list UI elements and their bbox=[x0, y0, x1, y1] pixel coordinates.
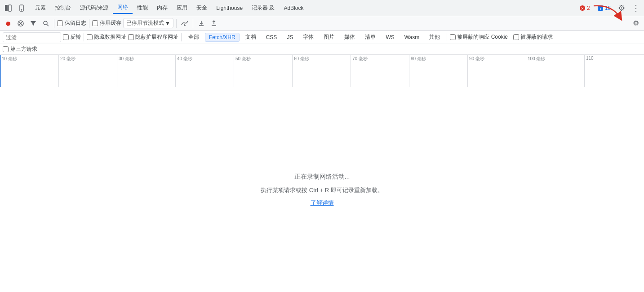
type-all-button[interactable]: 全部 bbox=[184, 32, 203, 42]
mobile-icon[interactable] bbox=[15, 2, 28, 14]
reverse-checkbox-label[interactable]: 反转 bbox=[63, 33, 81, 41]
type-media-button[interactable]: 媒体 bbox=[340, 32, 359, 42]
type-css-button[interactable]: CSS bbox=[262, 33, 281, 42]
preserve-log-checkbox[interactable] bbox=[57, 20, 63, 26]
svg-line-13 bbox=[47, 24, 49, 26]
type-font-button[interactable]: 字体 bbox=[299, 32, 318, 42]
timeline-mark: 30 毫秒 bbox=[117, 55, 175, 87]
third-party-bar: 第三方请求 bbox=[0, 44, 644, 55]
menu-item-sources[interactable]: 源代码/来源 bbox=[76, 2, 113, 13]
devtools-settings-button[interactable]: ⚙ bbox=[615, 2, 628, 14]
menu-items: 元素 控制台 源代码/来源 网络 性能 内存 应用 安全 Lighthouse … bbox=[31, 2, 308, 14]
filter-sep-2 bbox=[181, 33, 182, 41]
throttle-dropdown[interactable]: 已停用节流模式 ▼ bbox=[123, 18, 173, 28]
record-button[interactable]: ⏺ bbox=[3, 18, 13, 29]
more-menu-button[interactable]: ⋮ bbox=[630, 2, 642, 14]
dock-icon[interactable] bbox=[2, 2, 14, 14]
export-button[interactable] bbox=[209, 18, 219, 29]
svg-rect-0 bbox=[5, 5, 8, 11]
timeline-mark: 70 毫秒 bbox=[351, 55, 409, 87]
disable-cache-checkbox[interactable] bbox=[92, 20, 98, 26]
separator-2 bbox=[89, 19, 89, 28]
preserve-log-checkbox-label[interactable]: 保留日志 bbox=[57, 19, 86, 27]
menu-item-elements[interactable]: 元素 bbox=[31, 2, 50, 13]
menu-item-security[interactable]: 安全 bbox=[192, 2, 212, 13]
panel-settings-button[interactable]: ⚙ bbox=[631, 18, 641, 29]
throttle-dropdown-arrow: ▼ bbox=[165, 20, 170, 27]
timeline-ruler: 10 毫秒20 毫秒30 毫秒40 毫秒50 毫秒60 毫秒70 毫秒80 毫秒… bbox=[0, 55, 644, 87]
reverse-checkbox[interactable] bbox=[63, 34, 69, 40]
timeline-mark: 50 毫秒 bbox=[234, 55, 292, 87]
menu-icons bbox=[2, 2, 28, 14]
timeline: 10 毫秒20 毫秒30 毫秒40 毫秒50 毫秒60 毫秒70 毫秒80 毫秒… bbox=[0, 55, 644, 87]
info-count: 18 bbox=[605, 5, 611, 11]
timeline-mark: 10 毫秒 bbox=[0, 55, 58, 87]
timeline-mark: 100 毫秒 bbox=[526, 55, 584, 87]
blocked-cookies-label[interactable]: 被屏蔽的响应 Cookie bbox=[450, 33, 508, 41]
type-fetch-xhr-button[interactable]: Fetch/XHR bbox=[205, 33, 240, 42]
type-ws-button[interactable]: WS bbox=[382, 33, 398, 42]
menu-right: ✕ 2 i 18 ⚙ ⋮ bbox=[577, 2, 642, 14]
filter-input[interactable] bbox=[3, 32, 61, 42]
timeline-mark: 60 毫秒 bbox=[292, 55, 351, 87]
error-count: 2 bbox=[587, 5, 590, 11]
third-party-checkbox-label[interactable]: 第三方请求 bbox=[3, 45, 37, 53]
network-toolbar: ⏺ 保留日志 停用缓存 bbox=[0, 16, 644, 31]
timeline-mark: 80 毫秒 bbox=[409, 55, 467, 87]
hide-ext-urls-label[interactable]: 隐蔽扩展程序网址 bbox=[128, 33, 178, 41]
hide-data-urls-checkbox[interactable] bbox=[87, 34, 93, 40]
menu-item-memory[interactable]: 内存 bbox=[152, 2, 172, 13]
third-party-checkbox[interactable] bbox=[3, 46, 9, 52]
disable-cache-checkbox-label[interactable]: 停用缓存 bbox=[92, 19, 121, 27]
timeline-mark: 20 毫秒 bbox=[58, 55, 117, 87]
type-doc-button[interactable]: 文档 bbox=[241, 32, 260, 42]
type-other-button[interactable]: 其他 bbox=[425, 32, 444, 42]
type-image-button[interactable]: 图片 bbox=[320, 32, 338, 42]
menu-item-adblock[interactable]: AdBlock bbox=[279, 3, 308, 13]
separator-1 bbox=[54, 19, 54, 28]
learn-more-link[interactable]: 了解详情 bbox=[311, 199, 334, 207]
blocked-requests-label[interactable]: 被屏蔽的请求 bbox=[513, 33, 553, 41]
type-js-button[interactable]: JS bbox=[283, 33, 297, 42]
search-button[interactable] bbox=[40, 18, 51, 29]
hide-data-urls-label[interactable]: 隐藏数据网址 bbox=[87, 33, 126, 41]
hide-ext-urls-checkbox[interactable] bbox=[128, 34, 134, 40]
svg-text:✕: ✕ bbox=[581, 6, 584, 11]
blocked-requests-checkbox[interactable] bbox=[513, 34, 519, 40]
instruction-text: 执行某项请求或按 Ctrl + R 即可记录重新加载。 bbox=[261, 186, 383, 194]
filter-sep-1 bbox=[84, 33, 84, 41]
network-conditions-button[interactable] bbox=[179, 18, 190, 29]
error-badge-button[interactable]: ✕ 2 bbox=[577, 4, 593, 12]
svg-rect-1 bbox=[9, 5, 11, 11]
main-content: 正在录制网络活动... 执行某项请求或按 Ctrl + R 即可记录重新加载。 … bbox=[0, 87, 644, 292]
svg-point-3 bbox=[21, 9, 22, 10]
separator-3 bbox=[176, 19, 177, 28]
menu-item-performance[interactable]: 性能 bbox=[133, 2, 152, 13]
svg-point-12 bbox=[44, 21, 47, 25]
menu-item-console[interactable]: 控制台 bbox=[50, 2, 76, 13]
menu-bar: 元素 控制台 源代码/来源 网络 性能 内存 应用 安全 Lighthouse … bbox=[0, 0, 644, 16]
menu-item-application[interactable]: 应用 bbox=[172, 2, 192, 13]
menu-item-recorder[interactable]: 记录器 及 bbox=[247, 2, 279, 13]
info-badge-button[interactable]: i 18 bbox=[595, 4, 613, 12]
import-button[interactable] bbox=[196, 18, 207, 29]
timeline-mark: 40 毫秒 bbox=[175, 55, 234, 87]
filter-bar: 反转 隐藏数据网址 隐蔽扩展程序网址 全部 Fetch/XHR 文档 CSS J… bbox=[0, 31, 644, 44]
separator-4 bbox=[193, 19, 193, 28]
menu-item-network[interactable]: 网络 bbox=[113, 2, 133, 14]
blocked-cookies-checkbox[interactable] bbox=[450, 34, 456, 40]
timeline-mark: 110 bbox=[584, 55, 643, 87]
timeline-mark: 90 毫秒 bbox=[467, 55, 526, 87]
type-wasm-button[interactable]: Wasm bbox=[400, 33, 424, 42]
filter-sep-3 bbox=[447, 33, 447, 41]
svg-text:i: i bbox=[600, 6, 601, 10]
clear-button[interactable] bbox=[15, 18, 26, 29]
filter-button[interactable] bbox=[28, 18, 39, 29]
menu-item-lighthouse[interactable]: Lighthouse bbox=[212, 3, 247, 13]
type-manifest-button[interactable]: 清单 bbox=[361, 32, 380, 42]
recording-text: 正在录制网络活动... bbox=[294, 173, 350, 181]
